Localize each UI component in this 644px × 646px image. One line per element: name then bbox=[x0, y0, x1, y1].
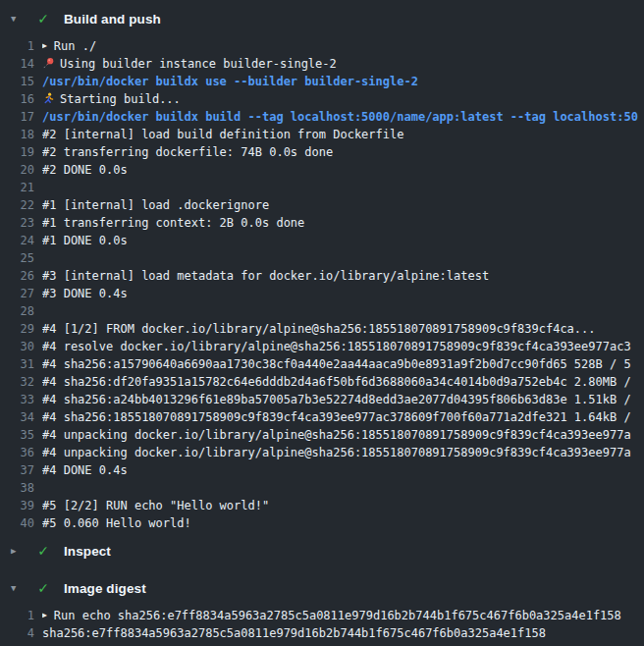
line-content: #4 DONE 0.4s bbox=[42, 461, 644, 479]
line-content: #4 unpacking docker.io/library/alpine@sh… bbox=[42, 426, 644, 444]
line-content: sha256:e7ff8834a5963a2785c5a0811e979d16b… bbox=[42, 624, 644, 642]
log-line: 32#4 sha256:df20fa9351a15782c64e6dddb2d4… bbox=[0, 373, 644, 391]
line-content: #4 unpacking docker.io/library/alpine@sh… bbox=[42, 444, 644, 461]
line-content: #3 [internal] load metadata for docker.i… bbox=[42, 267, 644, 285]
log-line: 19#2 transferring dockerfile: 74B 0.0s d… bbox=[0, 143, 644, 161]
line-content: #4 sha256:185518070891758909c9f839cf4ca3… bbox=[42, 408, 644, 426]
log-line: 31#4 sha256:a15790640a6690aa1730c38cf0a4… bbox=[0, 355, 644, 373]
log-line: 36#4 unpacking docker.io/library/alpine@… bbox=[0, 444, 644, 461]
success-check-icon: ✓ bbox=[34, 580, 52, 596]
line-number[interactable]: 1 bbox=[0, 37, 34, 55]
line-number[interactable]: 27 bbox=[0, 285, 34, 302]
section-toggle-icon[interactable]: ▼ bbox=[11, 14, 34, 24]
log-text: #5 [2/2] RUN echo "Hello world!" bbox=[42, 497, 269, 514]
line-number[interactable]: 31 bbox=[0, 355, 34, 373]
line-number[interactable]: 15 bbox=[0, 73, 34, 90]
log-text: #2 DONE 0.0s bbox=[42, 161, 128, 179]
section-toggle-icon[interactable]: ▼ bbox=[11, 583, 34, 593]
line-number[interactable]: 36 bbox=[0, 444, 34, 461]
line-content: #4 sha256:a24bb4013296f61e89ba57005a7b3e… bbox=[42, 391, 644, 408]
group-expand-icon[interactable]: ▶ bbox=[42, 37, 47, 55]
line-content: #2 [internal] load build definition from… bbox=[42, 126, 644, 143]
log-line: 25 bbox=[0, 249, 644, 267]
section-header[interactable]: ▼ ✓ Build and push bbox=[0, 0, 644, 37]
line-number[interactable]: 39 bbox=[0, 497, 34, 514]
log-text: #4 sha256:185518070891758909c9f839cf4ca3… bbox=[42, 408, 631, 426]
workflow-log-viewer: ▼ ✓ Build and push 1▶Run ./14 Using buil… bbox=[0, 0, 644, 642]
line-number[interactable]: 35 bbox=[0, 426, 34, 444]
success-check-icon: ✓ bbox=[34, 11, 52, 27]
line-number[interactable]: 19 bbox=[0, 143, 34, 161]
group-expand-icon[interactable]: ▶ bbox=[42, 607, 47, 624]
line-number[interactable]: 33 bbox=[0, 391, 34, 408]
line-number[interactable]: 30 bbox=[0, 338, 34, 355]
log-line: 28 bbox=[0, 302, 644, 320]
log-text: #1 DONE 0.0s bbox=[42, 232, 128, 249]
section-header[interactable]: ▶ ✓ Inspect bbox=[0, 532, 644, 569]
line-number[interactable]: 20 bbox=[0, 161, 34, 179]
line-content: #4 sha256:a15790640a6690aa1730c38cf0a440… bbox=[42, 355, 644, 373]
log-line: 18#2 [internal] load build definition fr… bbox=[0, 126, 644, 143]
log-text: #4 sha256:a15790640a6690aa1730c38cf0a440… bbox=[42, 355, 631, 373]
line-number[interactable]: 22 bbox=[0, 196, 34, 214]
section-header[interactable]: ▼ ✓ Image digest bbox=[0, 569, 644, 607]
log-line: 30#4 resolve docker.io/library/alpine@sh… bbox=[0, 338, 644, 355]
log-line: 27#3 DONE 0.4s bbox=[0, 285, 644, 302]
line-number[interactable]: 21 bbox=[0, 179, 34, 196]
line-number[interactable]: 38 bbox=[0, 479, 34, 497]
section-body: 1▶Run ./14 Using builder instance builde… bbox=[0, 37, 644, 532]
log-text: #4 sha256:df20fa9351a15782c64e6dddb2d4a6… bbox=[42, 373, 631, 391]
log-text: Run echo sha256:e7ff8834a5963a2785c5a081… bbox=[54, 607, 621, 624]
log-text: sha256:e7ff8834a5963a2785c5a0811e979d16b… bbox=[42, 624, 546, 642]
log-group-line[interactable]: 1▶Run ./ bbox=[0, 37, 644, 55]
log-group-line[interactable]: 1▶Run echo sha256:e7ff8834a5963a2785c5a0… bbox=[0, 607, 644, 624]
line-content: /usr/bin/docker buildx build --tag local… bbox=[42, 108, 644, 126]
line-content: #5 [2/2] RUN echo "Hello world!" bbox=[42, 497, 644, 514]
log-line: 40#5 0.060 Hello world! bbox=[0, 514, 644, 532]
line-content: #2 DONE 0.0s bbox=[42, 161, 644, 179]
log-line: 29#4 [1/2] FROM docker.io/library/alpine… bbox=[0, 320, 644, 338]
log-line: 4sha256:e7ff8834a5963a2785c5a0811e979d16… bbox=[0, 624, 644, 642]
command-text: /usr/bin/docker buildx build --tag local… bbox=[42, 108, 638, 126]
line-content: ▶Run echo sha256:e7ff8834a5963a2785c5a08… bbox=[42, 607, 644, 624]
line-number[interactable]: 24 bbox=[0, 232, 34, 249]
line-number[interactable]: 23 bbox=[0, 214, 34, 232]
line-number[interactable]: 34 bbox=[0, 408, 34, 426]
runner-icon bbox=[42, 92, 55, 105]
pushpin-icon bbox=[42, 57, 55, 70]
log-line: 34#4 sha256:185518070891758909c9f839cf4c… bbox=[0, 408, 644, 426]
line-number[interactable]: 18 bbox=[0, 126, 34, 143]
log-line: 39#5 [2/2] RUN echo "Hello world!" bbox=[0, 497, 644, 514]
line-number[interactable]: 4 bbox=[0, 624, 34, 642]
section-toggle-icon[interactable]: ▶ bbox=[11, 546, 34, 556]
line-number[interactable]: 17 bbox=[0, 108, 34, 126]
line-content: #4 [1/2] FROM docker.io/library/alpine@s… bbox=[42, 320, 644, 338]
log-text: #5 0.060 Hello world! bbox=[42, 514, 191, 532]
line-number[interactable]: 14 bbox=[0, 55, 34, 73]
line-number[interactable]: 29 bbox=[0, 320, 34, 338]
line-number[interactable]: 28 bbox=[0, 302, 34, 320]
line-number[interactable]: 40 bbox=[0, 514, 34, 532]
line-number[interactable]: 16 bbox=[0, 90, 34, 108]
line-number[interactable]: 26 bbox=[0, 267, 34, 285]
line-number[interactable]: 1 bbox=[0, 607, 34, 624]
log-text: #3 [internal] load metadata for docker.i… bbox=[42, 267, 489, 285]
line-number[interactable]: 25 bbox=[0, 249, 34, 267]
line-content bbox=[42, 479, 644, 497]
log-line: 20#2 DONE 0.0s bbox=[0, 161, 644, 179]
log-text: #4 DONE 0.4s bbox=[42, 461, 128, 479]
section-body: 1▶Run echo sha256:e7ff8834a5963a2785c5a0… bbox=[0, 607, 644, 642]
log-line: 22#1 [internal] load .dockerignore bbox=[0, 196, 644, 214]
log-text: #4 resolve docker.io/library/alpine@sha2… bbox=[42, 338, 631, 355]
log-text: Starting build... bbox=[60, 90, 181, 108]
line-number[interactable]: 32 bbox=[0, 373, 34, 391]
line-content: #5 0.060 Hello world! bbox=[42, 514, 644, 532]
section-title: Build and push bbox=[64, 12, 161, 27]
section-title: Image digest bbox=[64, 581, 146, 596]
log-line: 24#1 DONE 0.0s bbox=[0, 232, 644, 249]
success-check-icon: ✓ bbox=[34, 543, 52, 559]
line-content: Starting build... bbox=[42, 90, 644, 108]
line-number[interactable]: 37 bbox=[0, 461, 34, 479]
line-content: #1 transferring context: 2B 0.0s done bbox=[42, 214, 644, 232]
command-text: /usr/bin/docker buildx use --builder bui… bbox=[42, 73, 418, 90]
